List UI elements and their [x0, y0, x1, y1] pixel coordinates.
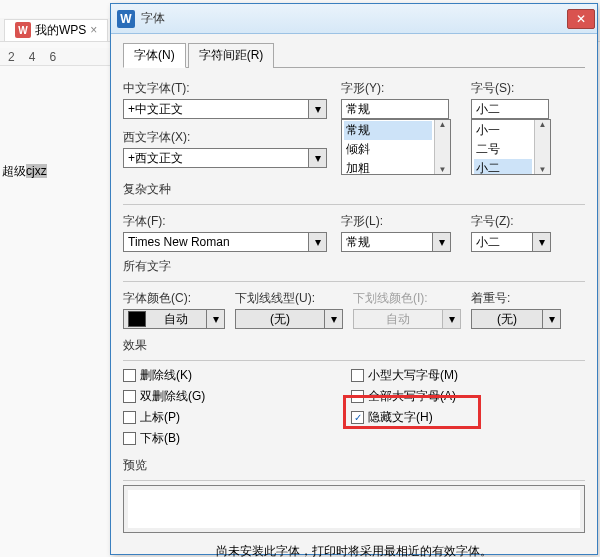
cn-font-input[interactable]	[123, 99, 309, 119]
chevron-down-icon[interactable]: ▾	[543, 309, 561, 329]
tab-spacing[interactable]: 字符间距(R)	[188, 43, 275, 68]
wps-logo-icon: W	[15, 22, 31, 38]
size-listbox[interactable]: 小一 二号 小二 ▲▼	[471, 119, 551, 175]
window-close-button[interactable]: ✕	[567, 9, 595, 29]
size-input-combo[interactable]	[471, 99, 571, 119]
west-font-combo[interactable]: ▾	[123, 148, 341, 168]
label-underline-style: 下划线线型(U):	[235, 290, 353, 307]
dialog-tabs: 字体(N) 字符间距(R)	[123, 42, 585, 68]
document-text[interactable]: 超级cjxz	[2, 155, 47, 181]
bg-app-tab[interactable]: W 我的WPS ×	[4, 19, 108, 41]
label-underline-color: 下划线颜色(I):	[353, 290, 471, 307]
checkbox-allcaps[interactable]: 全部大写字母(A)	[351, 388, 571, 405]
style-input[interactable]	[341, 99, 449, 119]
list-item[interactable]: 加粗	[344, 159, 432, 175]
checkbox-superscript[interactable]: 上标(P)	[123, 409, 351, 426]
list-item[interactable]: 小一	[474, 121, 532, 140]
list-item[interactable]: 常规	[344, 121, 432, 140]
cn-font-combo[interactable]: ▾	[123, 99, 341, 119]
checkbox-smallcaps[interactable]: 小型大写字母(M)	[351, 367, 571, 384]
label-size: 字号(S):	[471, 80, 571, 97]
group-complex: 复杂文种	[123, 181, 585, 198]
label-style: 字形(Y):	[341, 80, 471, 97]
checkbox-strike[interactable]: 删除线(K)	[123, 367, 351, 384]
chevron-down-icon[interactable]: ▾	[533, 232, 551, 252]
scrollbar[interactable]: ▲▼	[534, 120, 550, 174]
checkbox-hidden[interactable]: 隐藏文字(H)	[351, 409, 571, 426]
size-input[interactable]	[471, 99, 549, 119]
chevron-down-icon[interactable]: ▾	[309, 148, 327, 168]
label-font-color: 字体颜色(C):	[123, 290, 235, 307]
label-cn-font: 中文字体(T):	[123, 80, 341, 97]
label-west-font: 西文字体(X):	[123, 129, 341, 146]
chevron-down-icon[interactable]: ▾	[325, 309, 343, 329]
chevron-down-icon[interactable]: ▾	[433, 232, 451, 252]
complex-style-input[interactable]	[341, 232, 433, 252]
emphasis-combo[interactable]: (无) ▾	[471, 309, 571, 329]
style-input-combo[interactable]	[341, 99, 471, 119]
complex-size-input[interactable]	[471, 232, 533, 252]
complex-size-combo[interactable]: ▾	[471, 232, 571, 252]
preview-area	[123, 485, 585, 533]
close-icon[interactable]: ×	[90, 23, 97, 37]
underline-color-combo: 自动 ▾	[353, 309, 471, 329]
font-dialog: W 字体 ✕ 字体(N) 字符间距(R) 中文字体(T): ▾ 西文字体(X):…	[110, 3, 598, 555]
label-complex-size: 字号(Z):	[471, 213, 571, 230]
chevron-down-icon[interactable]: ▾	[207, 309, 225, 329]
group-preview: 预览	[123, 457, 585, 474]
label-complex-font: 字体(F):	[123, 213, 341, 230]
group-effects: 效果	[123, 337, 585, 354]
west-font-input[interactable]	[123, 148, 309, 168]
font-color-combo[interactable]: 自动 ▾	[123, 309, 235, 329]
selected-text: cjxz	[26, 164, 47, 178]
titlebar[interactable]: W 字体 ✕	[111, 4, 597, 34]
tab-font[interactable]: 字体(N)	[123, 43, 186, 68]
checkbox-subscript[interactable]: 下标(B)	[123, 430, 351, 447]
preview-note: 尚未安装此字体，打印时将采用最相近的有效字体。	[123, 543, 585, 557]
group-all-text: 所有文字	[123, 258, 585, 275]
list-item[interactable]: 小二	[474, 159, 532, 175]
list-item[interactable]: 倾斜	[344, 140, 432, 159]
style-listbox[interactable]: 常规 倾斜 加粗 ▲▼	[341, 119, 451, 175]
bg-tab-label: 我的WPS	[35, 22, 86, 39]
list-item[interactable]: 二号	[474, 140, 532, 159]
chevron-down-icon: ▾	[443, 309, 461, 329]
label-complex-style: 字形(L):	[341, 213, 471, 230]
underline-style-combo[interactable]: (无) ▾	[235, 309, 353, 329]
complex-font-combo[interactable]: ▾	[123, 232, 341, 252]
ruler: 2 4 6	[0, 48, 110, 66]
chevron-down-icon[interactable]: ▾	[309, 232, 327, 252]
complex-font-input[interactable]	[123, 232, 309, 252]
checkbox-double-strike[interactable]: 双删除线(G)	[123, 388, 351, 405]
color-swatch-icon	[128, 311, 146, 327]
label-emphasis: 着重号:	[471, 290, 571, 307]
chevron-down-icon[interactable]: ▾	[309, 99, 327, 119]
app-icon: W	[117, 10, 135, 28]
dialog-title: 字体	[141, 10, 561, 27]
complex-style-combo[interactable]: ▾	[341, 232, 471, 252]
scrollbar[interactable]: ▲▼	[434, 120, 450, 174]
